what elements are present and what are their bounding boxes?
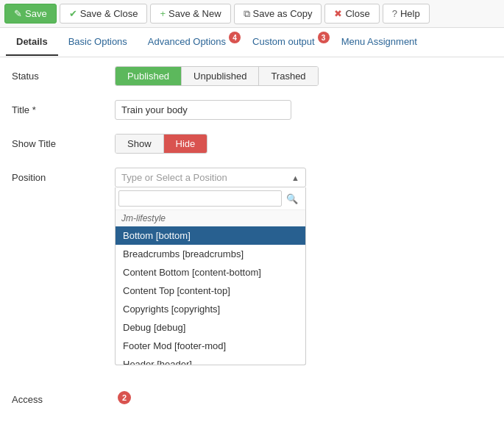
ordering-row: Ordering xyxy=(12,423,492,430)
copy-icon: ⧉ xyxy=(244,8,250,20)
access-row: Access 2 xyxy=(12,390,492,413)
toolbar: ✎ Save ✔ Save & Close + Save & New ⧉ Sav… xyxy=(0,0,504,28)
tab-advanced-options[interactable]: Advanced Options 4 xyxy=(138,29,242,56)
status-row: Status Published Unpublished Trashed xyxy=(12,66,492,90)
show-title-field: Show Hide xyxy=(115,134,492,154)
show-button[interactable]: Show xyxy=(116,135,163,153)
position-item-copyrights[interactable]: Copyrights [copyrights] xyxy=(116,300,305,318)
tab-details[interactable]: Details xyxy=(6,29,58,56)
access-label: Access 2 xyxy=(12,390,115,405)
position-label: Position 1 xyxy=(12,168,115,183)
position-dropdown: 🔍 Jm-lifestyle Bottom [bottom] Breadcrum… xyxy=(115,187,306,365)
position-item-bottom[interactable]: Bottom [bottom] xyxy=(116,226,305,245)
status-label: Status xyxy=(12,66,115,82)
status-group: Published Unpublished Trashed xyxy=(115,66,319,86)
ordering-label: Ordering xyxy=(12,423,115,430)
custom-output-badge: 3 xyxy=(318,32,330,43)
status-field: Published Unpublished Trashed xyxy=(115,66,492,86)
tab-custom-output[interactable]: Custom output 3 xyxy=(242,29,331,56)
access-badge: 2 xyxy=(118,391,131,404)
position-item-debug[interactable]: Debug [debug] xyxy=(116,318,305,337)
status-trashed-button[interactable]: Trashed xyxy=(259,67,317,85)
checkmark-icon: ✔ xyxy=(69,8,77,19)
position-select-box[interactable]: Type or Select a Position ▲ xyxy=(115,168,306,187)
title-field xyxy=(115,100,492,120)
position-item-header[interactable]: Header [header] xyxy=(116,355,305,365)
search-icon: 🔍 xyxy=(282,191,302,207)
position-group-label: Jm-lifestyle xyxy=(116,210,305,226)
tab-menu-assignment[interactable]: Menu Assignment xyxy=(331,29,427,56)
position-row: Position 1 Type or Select a Position ▲ 🔍 xyxy=(12,168,492,191)
help-button[interactable]: ? Help xyxy=(383,4,430,24)
tab-bar: Details Basic Options Advanced Options 4… xyxy=(0,28,504,57)
position-item-content-bottom[interactable]: Content Bottom [content-bottom] xyxy=(116,263,305,282)
status-unpublished-button[interactable]: Unpublished xyxy=(181,67,259,85)
form-content: Status Published Unpublished Trashed Tit… xyxy=(0,57,504,430)
position-header[interactable]: Type or Select a Position ▲ xyxy=(116,168,305,187)
position-dropdown-list: Jm-lifestyle Bottom [bottom] Breadcrumbs… xyxy=(116,210,305,365)
save-button[interactable]: ✎ Save xyxy=(4,4,57,24)
show-hide-group: Show Hide xyxy=(115,134,207,154)
close-icon: ✖ xyxy=(334,8,342,19)
title-input[interactable] xyxy=(115,100,291,120)
show-title-label: Show Title xyxy=(12,134,115,149)
tab-basic-options[interactable]: Basic Options xyxy=(58,29,138,56)
hide-button[interactable]: Hide xyxy=(163,135,207,153)
position-field: Type or Select a Position ▲ 🔍 Jm-lifesty… xyxy=(115,168,492,187)
save-copy-button[interactable]: ⧉ Save as Copy xyxy=(234,4,322,24)
plus-icon: + xyxy=(160,8,166,19)
position-search-input[interactable] xyxy=(118,190,282,207)
advanced-options-badge: 4 xyxy=(229,32,241,43)
save-close-button[interactable]: ✔ Save & Close xyxy=(60,4,148,24)
title-row: Title * xyxy=(12,100,492,123)
title-label: Title * xyxy=(12,100,115,115)
save-new-button[interactable]: + Save & New xyxy=(150,4,230,24)
position-item-footer-mod[interactable]: Footer Mod [footer-mod] xyxy=(116,337,305,355)
save-icon: ✎ xyxy=(14,8,22,19)
dropdown-arrow-icon: ▲ xyxy=(291,173,299,182)
position-search: 🔍 xyxy=(116,187,305,210)
help-icon: ? xyxy=(392,8,397,19)
position-item-breadcrumbs[interactable]: Breadcrumbs [breadcrumbs] xyxy=(116,245,305,263)
close-button[interactable]: ✖ Close xyxy=(324,4,379,24)
show-title-row: Show Title Show Hide xyxy=(12,134,492,157)
status-published-button[interactable]: Published xyxy=(116,67,181,85)
position-item-content-top[interactable]: Content Top [content-top] xyxy=(116,282,305,300)
position-container: Type or Select a Position ▲ 🔍 Jm-lifesty… xyxy=(115,168,306,187)
